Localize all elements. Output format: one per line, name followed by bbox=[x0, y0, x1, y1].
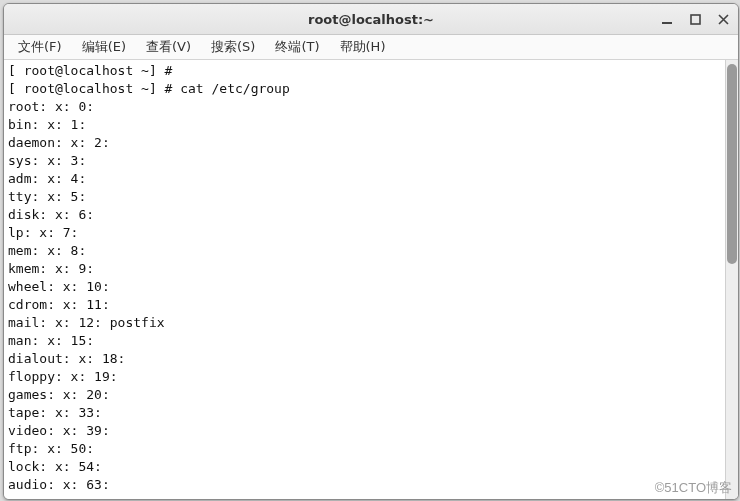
menu-edit[interactable]: 编辑(E) bbox=[72, 36, 136, 58]
scroll-thumb[interactable] bbox=[727, 64, 737, 264]
menubar: 文件(F) 编辑(E) 查看(V) 搜索(S) 终端(T) 帮助(H) bbox=[4, 35, 738, 60]
titlebar: root@localhost:~ bbox=[4, 4, 738, 35]
maximize-icon bbox=[690, 14, 701, 25]
terminal-window: root@localhost:~ 文件(F) 编辑(E) 查看(V) 搜索(S)… bbox=[3, 3, 739, 500]
window-controls bbox=[658, 4, 732, 34]
svg-rect-1 bbox=[691, 15, 700, 24]
minimize-icon bbox=[661, 13, 673, 25]
close-icon bbox=[718, 14, 729, 25]
close-button[interactable] bbox=[714, 10, 732, 28]
maximize-button[interactable] bbox=[686, 10, 704, 28]
menu-terminal[interactable]: 终端(T) bbox=[265, 36, 329, 58]
terminal-output[interactable]: [ root@localhost ~] # [ root@localhost ~… bbox=[4, 60, 726, 499]
minimize-button[interactable] bbox=[658, 10, 676, 28]
window-title: root@localhost:~ bbox=[308, 12, 434, 27]
menu-help[interactable]: 帮助(H) bbox=[330, 36, 396, 58]
menu-view[interactable]: 查看(V) bbox=[136, 36, 201, 58]
menu-search[interactable]: 搜索(S) bbox=[201, 36, 265, 58]
menu-file[interactable]: 文件(F) bbox=[8, 36, 72, 58]
terminal-area[interactable]: [ root@localhost ~] # [ root@localhost ~… bbox=[4, 60, 738, 499]
svg-rect-0 bbox=[662, 22, 672, 24]
scrollbar[interactable] bbox=[725, 60, 738, 499]
